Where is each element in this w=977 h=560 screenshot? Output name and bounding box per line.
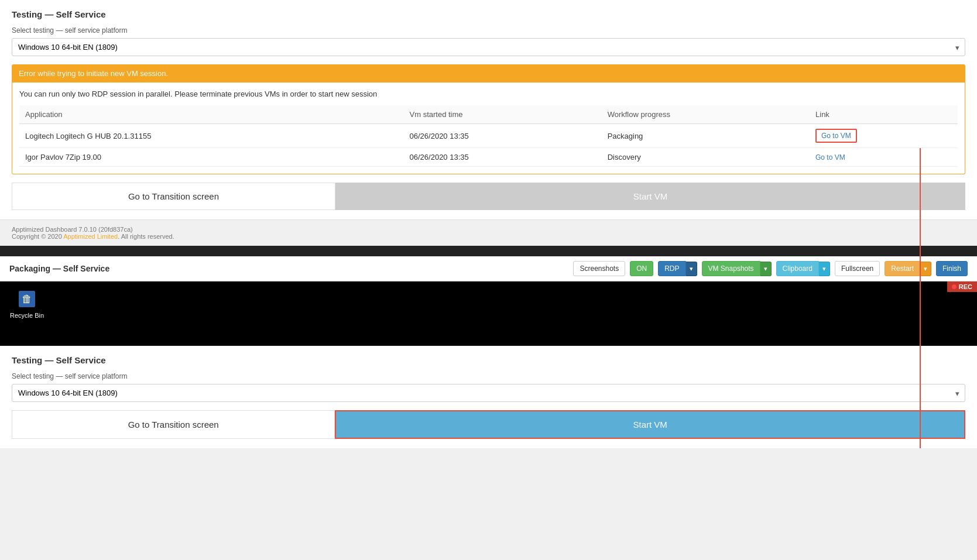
vm-desktop: 🗑 Recycle Bin REC xyxy=(0,281,977,346)
packaging-header: Packaging — Self Service Screenshots ON … xyxy=(0,256,977,281)
rdp-btn-group: RDP ▾ xyxy=(658,261,697,276)
screenshots-btn[interactable]: Screenshots xyxy=(573,261,625,276)
start-vm-btn-disabled: Start VM xyxy=(335,183,965,210)
top-section: Testing — Self Service Select testing — … xyxy=(0,0,977,220)
bottom-platform-select-wrapper: Windows 10 64-bit EN (1809) ▾ xyxy=(12,384,965,402)
footer-copyright: Copyright © 2020 Apptimized Limited. All… xyxy=(12,233,965,240)
vm-table: Application Vm started time Workflow pro… xyxy=(19,105,958,167)
cell-application-2: Igor Pavlov 7Zip 19.00 xyxy=(19,148,404,167)
svg-text:🗑: 🗑 xyxy=(22,293,32,305)
rdp-dropdown[interactable]: ▾ xyxy=(686,262,697,276)
error-message: You can run only two RDP session in para… xyxy=(19,90,958,98)
bottom-section: Testing — Self Service Select testing — … xyxy=(0,346,977,448)
clipboard-dropdown[interactable]: ▾ xyxy=(819,262,830,276)
footer: Apptimized Dashboard 7.0.10 (20fd837ca) … xyxy=(0,220,977,246)
error-banner: Error while trying to initiate new VM se… xyxy=(12,64,965,83)
vm-snapshots-dropdown[interactable]: ▾ xyxy=(760,262,772,276)
platform-select-wrapper: Windows 10 64-bit EN (1809) ▾ xyxy=(12,38,965,56)
black-divider xyxy=(0,246,977,256)
cell-application-1: Logitech Logitech G HUB 20.1.31155 xyxy=(19,124,404,148)
bottom-section-title: Testing — Self Service xyxy=(12,355,965,365)
vm-snapshots-btn[interactable]: VM Snapshots xyxy=(702,261,760,276)
go-to-vm-link-2[interactable]: Go to VM xyxy=(815,153,845,162)
restart-dropdown[interactable]: ▾ xyxy=(920,262,931,276)
table-row: Igor Pavlov 7Zip 19.00 06/26/2020 13:35 … xyxy=(19,148,958,167)
error-container: Error while trying to initiate new VM se… xyxy=(12,64,965,174)
finish-btn[interactable]: Finish xyxy=(936,261,968,276)
red-arrow-line xyxy=(920,148,921,448)
bottom-go-transition-btn[interactable]: Go to Transition screen xyxy=(12,410,335,439)
footer-company-link[interactable]: Apptimized Limited xyxy=(63,233,118,240)
clipboard-btn[interactable]: Clipboard xyxy=(776,261,819,276)
cell-vm-started-1: 06/26/2020 13:35 xyxy=(404,124,602,148)
on-btn[interactable]: ON xyxy=(630,261,653,276)
bottom-start-vm-btn[interactable]: Start VM xyxy=(335,410,965,439)
col-vm-started: Vm started time xyxy=(404,105,602,124)
rdp-btn[interactable]: RDP xyxy=(658,261,685,276)
platform-select[interactable]: Windows 10 64-bit EN (1809) xyxy=(12,38,965,56)
cell-workflow-2: Discovery xyxy=(602,148,810,167)
action-row: Go to Transition screen Start VM xyxy=(12,183,965,210)
rec-dot xyxy=(952,284,957,289)
rec-badge: REC xyxy=(947,281,977,292)
bottom-action-row: Go to Transition screen Start VM xyxy=(12,410,965,439)
bottom-select-label: Select testing — self service platform xyxy=(12,372,965,380)
cell-link-1: Go to VM xyxy=(810,124,958,148)
rec-label: REC xyxy=(959,283,972,290)
col-workflow: Workflow progress xyxy=(602,105,810,124)
error-box: You can run only two RDP session in para… xyxy=(12,83,965,174)
restart-btn-group: Restart ▾ xyxy=(885,261,931,276)
recycle-bin-icon[interactable]: 🗑 Recycle Bin xyxy=(9,288,44,319)
go-transition-btn[interactable]: Go to Transition screen xyxy=(12,183,335,210)
clipboard-btn-group: Clipboard ▾ xyxy=(776,261,830,276)
select-label: Select testing — self service platform xyxy=(12,26,965,35)
cell-link-2: Go to VM xyxy=(810,148,958,167)
col-link: Link xyxy=(810,105,958,124)
recycle-bin-svg: 🗑 xyxy=(16,288,37,310)
cell-vm-started-2: 06/26/2020 13:35 xyxy=(404,148,602,167)
packaging-title: Packaging — Self Service xyxy=(9,264,568,273)
footer-version: Apptimized Dashboard 7.0.10 (20fd837ca) xyxy=(12,226,965,233)
fullscreen-btn[interactable]: Fullscreen xyxy=(835,261,880,276)
col-application: Application xyxy=(19,105,404,124)
go-to-vm-btn-1[interactable]: Go to VM xyxy=(815,129,857,143)
cell-workflow-1: Packaging xyxy=(602,124,810,148)
top-section-title: Testing — Self Service xyxy=(12,9,965,19)
recycle-bin-label: Recycle Bin xyxy=(10,312,44,319)
bottom-platform-select[interactable]: Windows 10 64-bit EN (1809) xyxy=(12,384,965,402)
table-row: Logitech Logitech G HUB 20.1.31155 06/26… xyxy=(19,124,958,148)
restart-btn[interactable]: Restart xyxy=(885,261,920,276)
vm-snapshots-btn-group: VM Snapshots ▾ xyxy=(702,261,772,276)
